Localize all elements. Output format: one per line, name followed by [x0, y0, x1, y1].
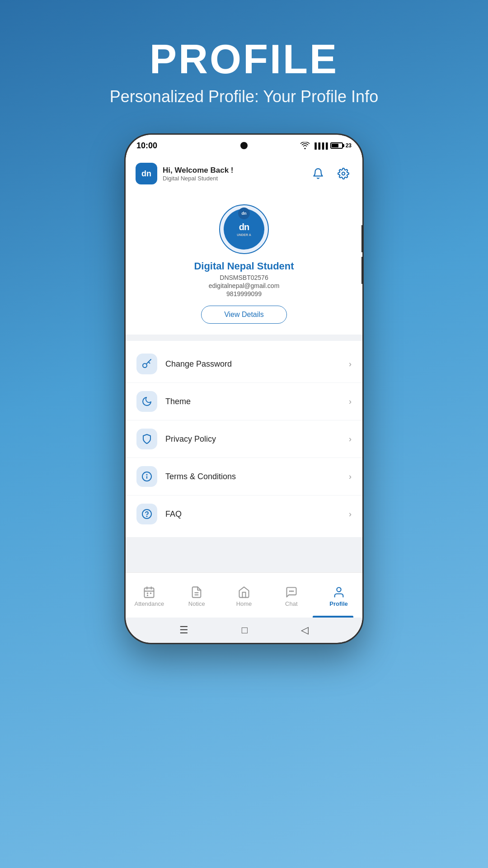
faq-label: FAQ	[165, 509, 349, 519]
bottom-nav: Attendance Notice Home	[126, 572, 362, 618]
privacy-chevron: ›	[349, 434, 352, 444]
svg-point-19	[337, 588, 341, 592]
nav-active-indicator	[313, 616, 353, 618]
avatar-text: dn	[239, 222, 249, 232]
change-password-label: Change Password	[165, 359, 349, 369]
battery-label: 23	[346, 142, 352, 149]
phone-frame: 10:00 ▐▐▐▐ 23	[124, 133, 364, 644]
terms-conditions-label: Terms & Conditions	[165, 472, 349, 481]
attendance-icon	[143, 586, 155, 599]
moon-icon	[141, 396, 152, 407]
battery-fill	[332, 144, 338, 147]
gear-icon	[338, 168, 349, 179]
attendance-nav-label: Attendance	[135, 600, 164, 607]
notice-nav-label: Notice	[188, 600, 205, 607]
app-header-icons	[309, 165, 352, 183]
avatar: dn dn UNDER A	[219, 204, 269, 254]
profile-email: edigitalnepal@gmail.com	[209, 282, 280, 289]
change-password-chevron: ›	[349, 359, 352, 369]
avatar-badge: dn	[238, 208, 250, 219]
nav-item-chat[interactable]: Chat	[267, 583, 315, 607]
profile-id: DNSMSBT02576	[220, 274, 268, 281]
home-gesture-icon[interactable]: □	[242, 624, 248, 636]
welcome-title: Hi, Welcome Back !	[163, 166, 234, 175]
menu-item-terms-conditions[interactable]: Terms & Conditions ›	[126, 458, 362, 495]
privacy-policy-label: Privacy Policy	[165, 434, 349, 444]
svg-rect-7	[145, 588, 154, 598]
menu-item-change-password[interactable]: Change Password ›	[126, 345, 362, 383]
chat-icon	[285, 586, 298, 599]
svg-point-1	[143, 363, 147, 368]
main-content: dn dn UNDER A Digital Nepal Student DNSM…	[126, 191, 362, 572]
profile-card: dn dn UNDER A Digital Nepal Student DNSM…	[126, 191, 362, 335]
menu-item-privacy-policy[interactable]: Privacy Policy ›	[126, 420, 362, 458]
theme-label: Theme	[165, 397, 349, 406]
question-icon	[141, 509, 152, 519]
phone-gesture-bar: ☰ □ ◁	[126, 618, 362, 643]
svg-point-0	[342, 172, 345, 175]
menu-item-faq[interactable]: FAQ ›	[126, 495, 362, 533]
notification-button[interactable]	[309, 165, 327, 183]
notice-icon	[190, 586, 203, 599]
signal-indicator: ▐▐▐▐	[313, 142, 328, 149]
app-logo: dn	[136, 163, 157, 184]
menu-item-theme[interactable]: Theme ›	[126, 383, 362, 420]
nav-item-home[interactable]: Home	[221, 583, 268, 607]
home-nav-label: Home	[236, 600, 252, 607]
nav-item-profile[interactable]: Profile	[315, 583, 362, 607]
profile-nav-icon	[333, 586, 345, 599]
page-header: PROFILE Personalized Profile: Your Profi…	[110, 36, 378, 106]
page-subtitle: Personalized Profile: Your Profile Info	[110, 87, 378, 106]
volume-up-button	[361, 225, 364, 252]
status-icons: ▐▐▐▐ 23	[300, 142, 352, 149]
view-details-button[interactable]: View Details	[201, 306, 287, 324]
theme-chevron: ›	[349, 397, 352, 406]
status-time: 10:00	[136, 141, 157, 151]
terms-icon-wrap	[136, 466, 157, 487]
faq-icon-wrap	[136, 504, 157, 524]
app-welcome: Hi, Welcome Back ! Digital Nepal Student	[163, 166, 234, 182]
battery-icon	[330, 142, 343, 149]
profile-name: Digital Nepal Student	[194, 260, 294, 272]
app-header: dn Hi, Welcome Back ! Digital Nepal Stud…	[126, 156, 362, 191]
key-icon	[141, 359, 152, 369]
nav-item-attendance[interactable]: Attendance	[126, 583, 173, 607]
status-bar: 10:00 ▐▐▐▐ 23	[126, 135, 362, 156]
wifi-icon	[300, 142, 310, 149]
profile-nav-label: Profile	[329, 600, 347, 607]
back-gesture-icon[interactable]: ◁	[301, 624, 309, 636]
faq-chevron: ›	[349, 509, 352, 519]
avatar-under: UNDER A	[237, 233, 251, 236]
settings-button[interactable]	[334, 165, 352, 183]
page-title: PROFILE	[110, 36, 378, 83]
volume-down-button	[361, 257, 364, 284]
home-icon	[238, 586, 250, 599]
menu-section: Change Password › Theme ›	[126, 341, 362, 537]
menu-gesture-icon[interactable]: ☰	[179, 624, 188, 636]
terms-chevron: ›	[349, 472, 352, 481]
app-logo-area: dn Hi, Welcome Back ! Digital Nepal Stud…	[136, 163, 234, 184]
chat-nav-label: Chat	[285, 600, 297, 607]
info-icon	[141, 471, 152, 482]
bell-icon	[312, 168, 324, 179]
shield-icon	[141, 434, 152, 444]
privacy-icon-wrap	[136, 429, 157, 449]
nav-item-notice[interactable]: Notice	[173, 583, 221, 607]
camera-dot	[240, 142, 248, 149]
avatar-inner: dn dn UNDER A	[224, 209, 264, 250]
change-password-icon-wrap	[136, 354, 157, 374]
theme-icon-wrap	[136, 391, 157, 412]
phone-screen: 10:00 ▐▐▐▐ 23	[126, 135, 362, 643]
welcome-sub: Digital Nepal Student	[163, 175, 234, 182]
profile-phone: 9819999099	[226, 290, 262, 297]
